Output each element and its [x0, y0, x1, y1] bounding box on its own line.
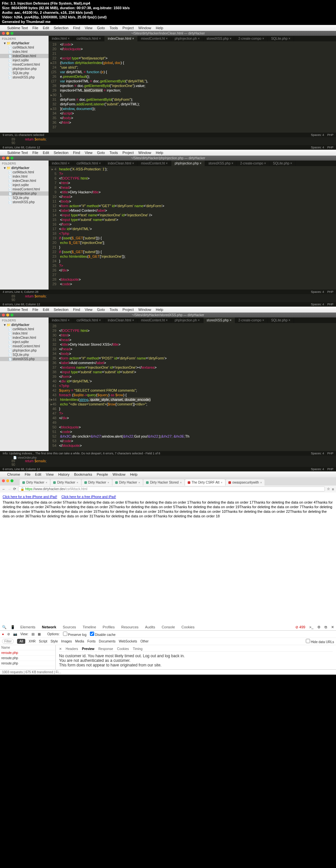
file-tab[interactable]: 2-create-compo × — [235, 36, 268, 41]
file-tab[interactable]: mixedContent.ht × — [138, 160, 171, 166]
sidebar-folder[interactable]: ▾ 📁 dirtyHacker — [0, 323, 48, 327]
menu-item[interactable]: File — [25, 472, 31, 476]
sidebar-file[interactable]: csrfAttack.html — [0, 327, 48, 331]
preview-tab[interactable]: Timing — [133, 647, 143, 651]
filter-pill[interactable]: Style — [51, 640, 58, 643]
filter-pill[interactable]: Fonts — [87, 640, 96, 643]
filter-pill[interactable]: All — [17, 639, 25, 644]
menu-item[interactable]: View — [85, 151, 93, 155]
menu-item[interactable]: Help — [156, 151, 163, 155]
code-area-3[interactable]: 2829<!DOCTYPE html>30<html>31<head>32 <t… — [48, 323, 336, 451]
file-tab[interactable]: index.html × — [48, 36, 73, 41]
sidebar-file[interactable]: mixedContent.html — [0, 344, 48, 348]
menu-item[interactable]: Find — [73, 26, 80, 30]
sidebar-file[interactable]: index.html — [0, 331, 48, 336]
close-preview-icon[interactable]: ✕ — [59, 647, 62, 651]
file-tab[interactable]: indexClean.html × — [104, 160, 137, 166]
drawer-icon[interactable]: >_ — [309, 625, 313, 629]
settings-icon[interactable]: ⚙ — [317, 625, 321, 629]
menu-item[interactable]: People — [97, 472, 108, 476]
record-button[interactable]: ● — [2, 632, 4, 636]
dock-icon[interactable]: ⧉ — [325, 625, 327, 629]
menu-item[interactable]: Edit — [43, 151, 49, 155]
sidebar-file[interactable]: storedXSS.php — [0, 357, 48, 361]
column-header[interactable]: Name — [0, 645, 56, 650]
browser-tab[interactable]: Dirty Hacker× — [82, 479, 112, 486]
file-tab[interactable]: SQLite.php × — [268, 36, 294, 41]
sidebar-file[interactable]: storedXSS.php — [0, 75, 48, 80]
file-tab[interactable]: index.html × — [48, 317, 73, 323]
menu-item[interactable]: Sublime Text — [7, 308, 28, 312]
devtools-tab[interactable]: Resources — [120, 624, 140, 630]
network-row[interactable]: reroute.php — [0, 656, 56, 661]
devtools-tab[interactable]: Console — [161, 624, 176, 630]
sidebar-file[interactable]: SQLite.php — [0, 352, 48, 357]
file-tab[interactable]: SQLite.php × — [270, 160, 296, 166]
menu-item[interactable]: Edit — [43, 26, 49, 30]
ad-link[interactable]: Click here for a free iPhone and iPad! — [61, 495, 116, 499]
filter-pill[interactable]: Documents — [99, 640, 115, 643]
preserve-log-checkbox[interactable]: Preserve log — [63, 632, 87, 637]
window-controls[interactable] — [2, 32, 13, 35]
sidebar-file[interactable]: inject.sqlite — [0, 340, 48, 344]
file-tab[interactable]: storedXSS.php × — [203, 36, 235, 41]
filter-pill[interactable]: Script — [39, 640, 47, 643]
menu-item[interactable]: File — [32, 151, 38, 155]
filter-pill[interactable]: XHR — [29, 640, 35, 643]
menu-item[interactable]: Help — [130, 472, 137, 476]
sidebar-file[interactable]: SQLite.php — [0, 71, 48, 75]
sidebar-file[interactable]: mixedContent.html — [0, 62, 48, 67]
devtools-tab[interactable]: Audits — [144, 624, 157, 630]
sidebar-file[interactable]: phpInjection.php — [0, 191, 48, 196]
menu-item[interactable]: Bookmarks — [74, 472, 92, 476]
menu-item[interactable]: Goto — [97, 26, 105, 30]
window-controls[interactable] — [2, 157, 13, 160]
menu-item[interactable]: History — [58, 472, 69, 476]
menu-item[interactable]: Sublime Text — [7, 26, 28, 30]
filter-input[interactable]: Filter — [2, 639, 14, 644]
file-tab[interactable]: indexClean.html × — [104, 36, 137, 41]
device-icon[interactable]: 📱 — [10, 625, 15, 629]
sidebar-folder[interactable]: ▾ 📁 dirtyHacker — [0, 166, 48, 170]
star-icon[interactable]: ☆ — [327, 487, 330, 491]
sidebar-file[interactable]: index.html — [0, 50, 48, 54]
browser-tab[interactable]: Dirty Hacker× — [51, 479, 81, 486]
filter-pill[interactable]: WebSockets — [119, 640, 137, 643]
menu-item[interactable]: Find — [73, 308, 80, 312]
browser-tab[interactable]: Dirty Hacker× — [112, 479, 143, 486]
network-row[interactable]: reroute.php — [0, 661, 56, 666]
file-tab[interactable]: storedXSS.php × — [205, 160, 237, 166]
devtools-tab[interactable]: Profiles — [101, 624, 116, 630]
sidebar-folder[interactable]: ▾ 📁 dirtyHacker — [0, 41, 48, 45]
hide-urls-checkbox[interactable]: Hide data URLs — [306, 639, 334, 644]
file-tab[interactable]: phpInjection.php × — [171, 160, 205, 166]
devtools-tab[interactable]: Network — [41, 624, 58, 630]
close-icon[interactable]: ✕ — [331, 625, 334, 629]
menu-item[interactable]: Goto — [97, 151, 105, 155]
sidebar-file[interactable]: indexClean.html — [0, 179, 48, 183]
window-controls[interactable] — [2, 479, 13, 482]
menu-item[interactable]: View — [46, 472, 54, 476]
status-lang[interactable]: PHP — [327, 133, 333, 136]
sidebar-file[interactable]: storedXSS.php — [0, 200, 48, 204]
code-area-2[interactable]: ▸ 4header('X-XSS-Protection: 1');5?>6<!D… — [48, 166, 336, 289]
devtools-tab[interactable]: Timeline — [81, 624, 97, 630]
file-tab[interactable]: 2-create-compo × — [235, 317, 268, 323]
menu-item[interactable]: Selection — [54, 26, 68, 30]
menu-item[interactable]: Selection — [54, 151, 68, 155]
menu-item[interactable]: Window — [112, 472, 125, 476]
sidebar-file[interactable]: phpInjection.php — [0, 348, 48, 352]
network-row[interactable]: reroute.php — [0, 650, 56, 656]
menu-item[interactable]: View — [85, 308, 93, 312]
search-icon[interactable]: 🔍 — [2, 625, 6, 629]
file-tab[interactable]: index.html × — [48, 160, 73, 166]
filter-pill[interactable]: Images — [61, 640, 72, 643]
preview-tab[interactable]: Headers — [66, 647, 78, 651]
clear-button[interactable]: ⊘ — [7, 632, 10, 636]
menu-item[interactable]: Tools — [110, 26, 118, 30]
filter-pill[interactable]: Other — [140, 640, 148, 643]
ad-link[interactable]: Click here for a free iPhone and iPad! — [3, 495, 57, 499]
sidebar-file[interactable]: mixedContent.html — [0, 187, 48, 191]
menu-item[interactable]: Find — [73, 151, 80, 155]
file-tab[interactable]: phpInjection.ph × — [171, 36, 203, 41]
